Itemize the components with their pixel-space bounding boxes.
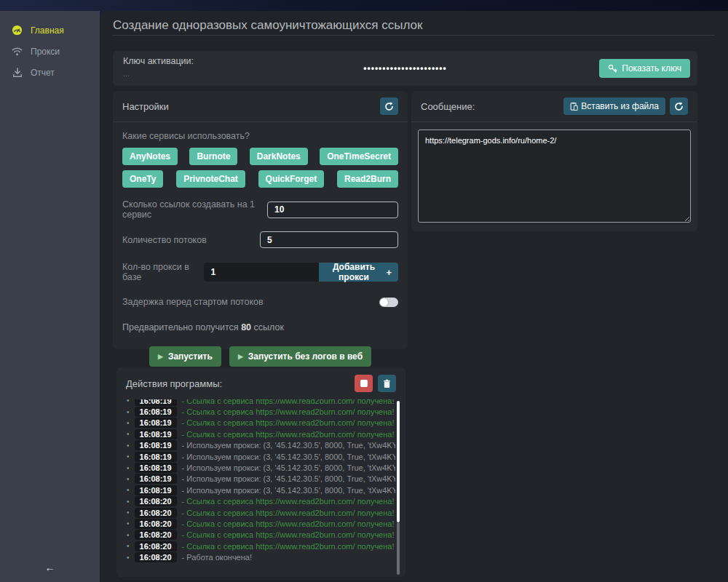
delay-toggle[interactable] — [379, 298, 398, 307]
log-timestamp: 16:08:19 — [135, 452, 177, 462]
log-scrollbar-track[interactable] — [397, 522, 400, 575]
bullet-icon: • — [127, 399, 130, 404]
message-card: Сообщение: Вставить из файла — [411, 91, 697, 231]
log-timestamp: 16:08:19 — [135, 407, 177, 417]
masked-key-value: •••••••••••••••••••••• — [363, 63, 446, 73]
settings-card: Настройки Какие сервисы использовать? An… — [113, 91, 408, 349]
service-button-anynotes[interactable]: AnyNotes — [122, 148, 178, 165]
log-timestamp: 16:08:20 — [135, 519, 177, 529]
log-timestamp: 16:08:20 — [135, 496, 177, 506]
log-timestamp: 16:08:19 — [135, 485, 177, 495]
trash-icon — [383, 379, 391, 388]
log-entry: • 16:08:19 - Используем прокси: (3, '45.… — [127, 474, 395, 485]
log-entry: • 16:08:20 - Работа окончена! — [127, 551, 395, 562]
activation-key-label: Ключ активации: — [123, 56, 194, 66]
plus-icon: + — [386, 267, 392, 278]
log-message: - Используем прокси: (3, '45.142.30.5', … — [182, 463, 395, 472]
message-refresh-button[interactable] — [670, 97, 688, 115]
log-entry: • 16:08:20 - Ссылка с сервиса https://ww… — [127, 507, 395, 518]
clear-log-button[interactable] — [378, 375, 396, 392]
log-entry: • 16:08:20 - Ссылка с сервиса https://ww… — [127, 541, 395, 551]
log-entry: • 16:08:19 - Используем прокси: (3, '45.… — [127, 462, 395, 473]
log-entry: • 16:08:19 - Ссылка с сервиса https://ww… — [127, 418, 395, 428]
log-message: - Используем прокси: (3, '45.142.30.5', … — [182, 486, 395, 495]
bullet-icon: • — [127, 519, 130, 527]
bullet-icon: • — [127, 408, 130, 416]
activation-key-card: Ключ активации: ... ••••••••••••••••••••… — [113, 51, 697, 86]
delay-label: Задержка перед стартом потоков — [122, 297, 264, 307]
add-proxy-button[interactable]: Добавить прокси + — [319, 263, 398, 282]
sidebar-item-label: Прокси — [31, 47, 60, 57]
threads-input[interactable] — [260, 231, 398, 248]
play-icon: ▶ — [238, 353, 243, 360]
dashboard-icon — [12, 25, 23, 36]
bullet-icon: • — [127, 554, 130, 562]
refresh-icon — [674, 102, 684, 111]
message-title: Сообщение: — [421, 101, 475, 112]
settings-refresh-button[interactable] — [380, 97, 398, 115]
log-title: Действия программы: — [126, 378, 222, 389]
bullet-icon: • — [127, 531, 130, 539]
service-button-darknotes[interactable]: DarkNotes — [250, 148, 308, 165]
start-button-label: Запустить — [168, 351, 213, 362]
log-message: - Работа окончена! — [182, 553, 252, 562]
services-question-label: Какие сервисы использовать? — [122, 131, 398, 141]
start-without-logs-button[interactable]: ▶ Запустить без логов в веб — [229, 346, 371, 367]
services-group: AnyNotesBurnoteDarkNotesOneTimeSecretOne… — [122, 148, 398, 188]
service-button-privnotechat[interactable]: PrivnoteChat — [176, 170, 245, 188]
sidebar-item-label: Отчет — [31, 68, 55, 78]
log-list: • 16:08:19 - Ссылка с сервиса https://ww… — [127, 399, 395, 573]
stop-button[interactable] — [355, 375, 373, 392]
service-button-burnote[interactable]: Burnote — [189, 148, 237, 165]
bullet-icon: • — [127, 442, 130, 450]
log-scrollbar-thumb[interactable] — [397, 401, 400, 522]
log-timestamp: 16:08:19 — [135, 399, 177, 406]
sidebar-collapse-button[interactable]: ← — [0, 562, 100, 573]
log-entry: • 16:08:20 - Ссылка с сервиса https://ww… — [127, 530, 395, 541]
bullet-icon: • — [127, 430, 130, 438]
sidebar-item-wifi[interactable]: Прокси — [0, 41, 100, 62]
bullet-icon: • — [127, 542, 130, 550]
log-message: - Используем прокси: (3, '45.142.30.5', … — [182, 441, 395, 450]
threads-label: Количество потоков — [122, 235, 207, 245]
settings-title: Настройки — [122, 101, 169, 112]
log-timestamp: 16:08:19 — [135, 474, 177, 484]
log-message: - Ссылка с сервиса https://www.read2burn… — [182, 497, 395, 506]
service-button-read2burn[interactable]: Read2Burn — [337, 170, 398, 188]
start-button[interactable]: ▶ Запустить — [149, 346, 221, 367]
download-icon — [12, 68, 23, 78]
service-button-onetimesecret[interactable]: OneTimeSecret — [320, 148, 398, 165]
log-message: - Ссылка с сервиса https://www.read2burn… — [182, 407, 395, 416]
service-button-onety[interactable]: OneTy — [122, 170, 163, 188]
activation-key-sub: ... — [123, 69, 194, 78]
sidebar-item-download[interactable]: Отчет — [0, 62, 100, 83]
estimated-links-count: 80 — [241, 322, 251, 332]
links-per-service-label: Сколько ссылок создавать на 1 сервис — [122, 199, 267, 220]
paste-from-file-button[interactable]: Вставить из файла — [563, 97, 665, 115]
paste-icon — [570, 102, 578, 111]
service-button-quickforget[interactable]: QuickForget — [258, 170, 325, 188]
bullet-icon: • — [127, 486, 130, 494]
log-timestamp: 16:08:20 — [135, 508, 177, 518]
log-message: - Ссылка с сервиса https://www.read2burn… — [182, 399, 395, 405]
proxy-count-input[interactable] — [204, 263, 319, 282]
log-message: - Используем прокси: (3, '45.142.30.5', … — [182, 453, 395, 461]
message-textarea[interactable]: https://telegram-gods.info/ru/home-2/ — [418, 129, 691, 223]
log-entry: • 16:08:19 - Используем прокси: (3, '45.… — [127, 440, 395, 451]
log-timestamp: 16:08:19 — [135, 463, 177, 473]
bullet-icon: • — [127, 509, 130, 517]
log-entry: • 16:08:20 - Ссылка с сервиса https://ww… — [127, 518, 395, 529]
log-entry: • 16:08:19 - Ссылка с сервиса https://ww… — [127, 428, 395, 439]
paste-from-file-label: Вставить из файла — [581, 101, 659, 111]
log-entry: • 16:08:19 - Используем прокси: (3, '45.… — [127, 485, 395, 495]
log-message: - Ссылка с сервиса https://www.read2burn… — [182, 519, 395, 528]
log-message: - Ссылка с сервиса https://www.read2burn… — [182, 530, 395, 539]
log-timestamp: 16:08:20 — [135, 541, 177, 551]
links-per-service-input[interactable] — [267, 202, 398, 218]
sidebar-item-dashboard[interactable]: Главная — [0, 20, 100, 41]
log-message: - Ссылка с сервиса https://www.read2burn… — [182, 418, 395, 427]
log-message: - Ссылка с сервиса https://www.read2burn… — [182, 509, 395, 517]
log-timestamp: 16:08:19 — [135, 440, 177, 450]
show-key-button[interactable]: Показать ключ — [599, 59, 690, 78]
bullet-icon: • — [127, 498, 130, 506]
